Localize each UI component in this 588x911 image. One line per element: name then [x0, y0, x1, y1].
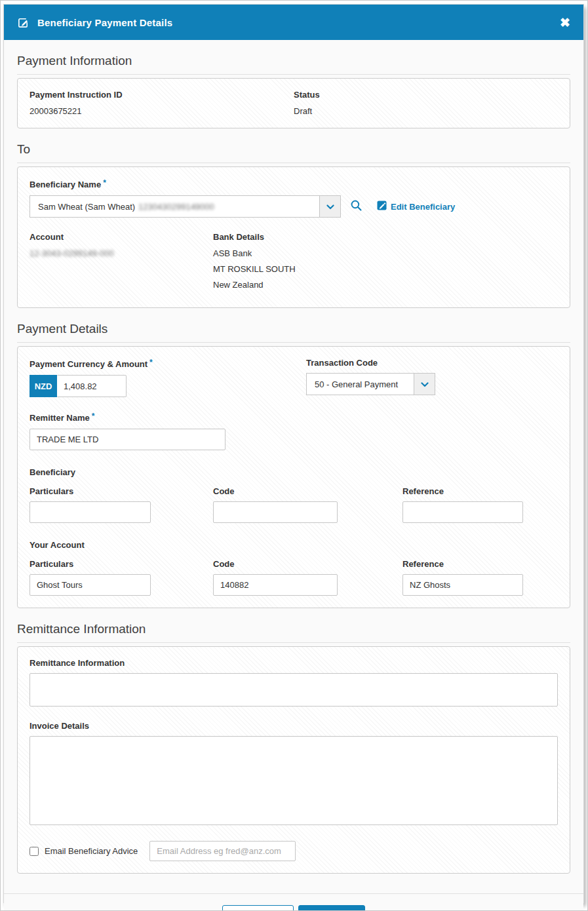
section-title-payment-details: Payment Details [17, 322, 570, 343]
bank-details-label: Bank Details [213, 232, 296, 242]
payment-details-card: Payment Currency & Amount* NZD Transacti… [17, 346, 570, 608]
cancel-button[interactable]: ✖ Cancel [222, 905, 294, 911]
edit-beneficiary-label: Edit Beneficiary [391, 202, 455, 212]
bank-name: ASB Bank [213, 248, 296, 258]
section-title-to: To [17, 142, 570, 163]
remitter-name-input[interactable] [29, 429, 225, 450]
transaction-code-dropdown-button[interactable] [414, 373, 435, 395]
payment-information-card: Payment Instruction ID 20003675221 Statu… [17, 78, 570, 128]
your-account-particulars-input[interactable] [29, 574, 151, 596]
beneficiary-particulars-input[interactable] [29, 501, 151, 523]
bank-country: New Zealand [213, 280, 296, 290]
remittance-card: Remittance Information Invoice Details E… [17, 646, 570, 874]
beneficiary-code-input[interactable] [213, 501, 338, 523]
your-account-group-label: Your Account [29, 540, 558, 550]
chevron-down-icon [326, 201, 334, 212]
beneficiary-reference-label: Reference [402, 486, 523, 496]
beneficiary-particulars-label: Particulars [29, 486, 213, 496]
modal-header: Beneficiary Payment Details ✖ [4, 5, 583, 40]
beneficiary-group-label: Beneficiary [29, 467, 558, 477]
to-card: Beneficiary Name* Sam Wheat (Sam Wheat) … [17, 166, 570, 308]
remittance-information-textarea[interactable] [29, 673, 558, 707]
required-asterisk: * [103, 178, 106, 187]
email-address-input[interactable] [149, 841, 296, 861]
your-account-reference-label: Reference [402, 559, 523, 569]
amount-input[interactable] [57, 375, 127, 397]
currency-amount-label: Payment Currency & Amount [29, 359, 147, 369]
edit-pencil-square-icon [17, 16, 29, 29]
chevron-down-icon [421, 378, 429, 390]
currency-badge: NZD [29, 375, 57, 397]
edit-beneficiary-icon [377, 201, 387, 212]
beneficiary-name-select[interactable]: Sam Wheat (Sam Wheat) 1230430299149000 [29, 195, 341, 218]
close-icon[interactable]: ✖ [560, 16, 570, 29]
bank-branch: MT ROSKILL SOUTH [213, 264, 296, 274]
section-title-payment-information: Payment Information [17, 54, 570, 75]
search-beneficiary-button[interactable] [350, 199, 363, 214]
invoice-details-textarea[interactable] [29, 736, 558, 825]
beneficiary-payment-details-modal: Beneficiary Payment Details ✖ Payment In… [3, 4, 584, 903]
your-account-reference-input[interactable] [402, 574, 523, 596]
beneficiary-code-label: Code [213, 486, 402, 496]
your-account-particulars-label: Particulars [29, 559, 213, 569]
beneficiary-name-label: Beneficiary Name [29, 180, 101, 189]
status-value: Draft [294, 106, 558, 116]
email-beneficiary-advice-checkbox[interactable] [29, 847, 39, 856]
save-button[interactable]: Save [298, 905, 365, 911]
payment-instruction-id-label: Payment Instruction ID [29, 90, 294, 100]
beneficiary-name-text: Sam Wheat (Sam Wheat) [38, 202, 135, 212]
beneficiary-number-masked: 1230430299149000 [138, 202, 214, 212]
email-beneficiary-advice-label: Email Beneficiary Advice [45, 846, 138, 856]
modal-title: Beneficiary Payment Details [37, 17, 172, 28]
search-icon [350, 199, 363, 214]
payment-instruction-id-value: 20003675221 [29, 106, 294, 116]
remittance-information-label: Remittance Information [29, 658, 558, 668]
transaction-code-label: Transaction Code [306, 358, 435, 368]
section-title-remittance-information: Remittance Information [17, 622, 570, 643]
modal-body: Payment Information Payment Instruction … [4, 40, 583, 874]
invoice-details-label: Invoice Details [29, 721, 558, 731]
transaction-code-select[interactable]: 50 - General Payment [306, 373, 435, 395]
remitter-name-label: Remitter Name [29, 413, 90, 423]
beneficiary-reference-input[interactable] [402, 501, 523, 523]
modal-footer: ✖ Cancel Save [4, 893, 583, 911]
account-label: Account [29, 232, 213, 242]
account-value-masked: 12-3043-0299149-000 [29, 248, 213, 258]
transaction-code-value: 50 - General Payment [315, 379, 398, 389]
edit-beneficiary-link[interactable]: Edit Beneficiary [377, 201, 455, 212]
required-asterisk: * [92, 412, 95, 421]
your-account-code-label: Code [213, 559, 402, 569]
beneficiary-dropdown-button[interactable] [319, 195, 341, 218]
status-label: Status [294, 90, 558, 100]
your-account-code-input[interactable] [213, 574, 338, 596]
required-asterisk: * [149, 358, 153, 367]
